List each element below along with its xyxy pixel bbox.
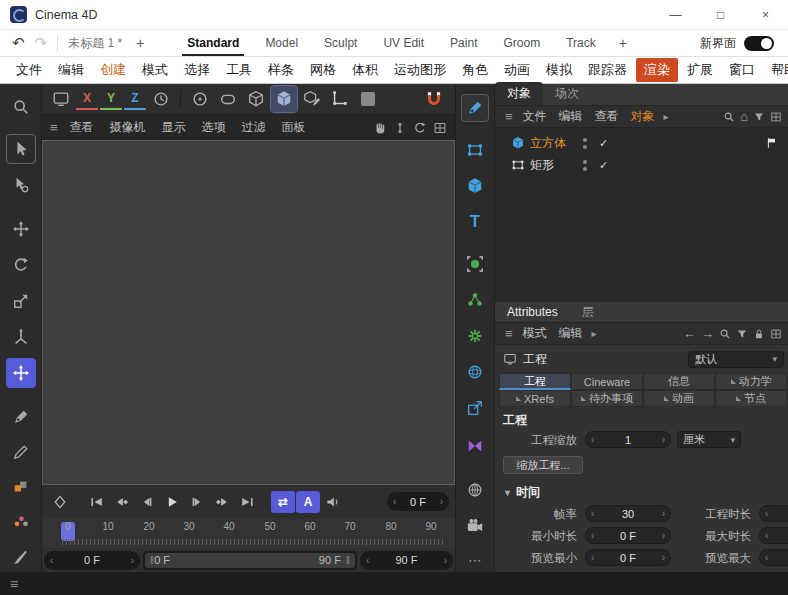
panes-icon[interactable] xyxy=(770,111,782,123)
home-icon[interactable]: ⌂ xyxy=(740,110,748,123)
spline-pen-icon[interactable] xyxy=(461,94,489,122)
lock-icon[interactable] xyxy=(753,328,765,340)
menu-animate[interactable]: 动画 xyxy=(496,58,538,82)
color-swatches-icon[interactable] xyxy=(6,472,36,502)
gray-swatch-icon[interactable] xyxy=(355,86,381,112)
spin-left-icon[interactable]: ‹ xyxy=(50,555,53,566)
prev-frame-button[interactable] xyxy=(135,491,159,513)
cat-tab-animation[interactable]: 动画 xyxy=(643,390,715,407)
cat-tab-nodes[interactable]: 节点 xyxy=(715,390,787,407)
volume-sphere-icon[interactable] xyxy=(461,358,489,386)
viewport-menu-options[interactable]: 选项 xyxy=(194,119,234,136)
menu-extensions[interactable]: 扩展 xyxy=(679,58,721,82)
cat-tab-todo[interactable]: 待办事项 xyxy=(571,390,643,407)
maximize-button[interactable]: □ xyxy=(698,0,743,29)
current-frame-field[interactable]: ‹ 0 F › xyxy=(387,492,449,511)
autokey-toggle[interactable]: A xyxy=(296,491,320,513)
filter-icon[interactable] xyxy=(753,111,765,123)
scale-project-button[interactable]: 缩放工程... xyxy=(503,456,583,474)
spin-left-icon[interactable]: ‹ xyxy=(765,508,768,519)
rectangle-spline-icon[interactable] xyxy=(461,136,489,164)
spin-right-icon[interactable]: › xyxy=(662,434,665,445)
generator-sphere-icon[interactable] xyxy=(461,250,489,278)
search-icon[interactable] xyxy=(723,111,735,123)
viewport-menu-panel[interactable]: 面板 xyxy=(274,119,314,136)
dolly-updown-icon[interactable] xyxy=(393,121,407,135)
fps-value[interactable]: 30 xyxy=(622,508,634,520)
min-time-field[interactable]: ‹ 0 F › xyxy=(585,527,671,544)
preview-min-value[interactable]: 0 F xyxy=(620,552,636,564)
spin-left-icon[interactable]: ‹ xyxy=(591,508,594,519)
prev-key-button[interactable] xyxy=(110,491,134,513)
pencil-tool-icon[interactable] xyxy=(6,437,36,467)
circle-spline-icon[interactable] xyxy=(187,86,213,112)
cat-tab-xrefs[interactable]: XRefs xyxy=(499,390,571,407)
spin-left-icon[interactable]: ‹ xyxy=(591,530,594,541)
max-time-field[interactable]: ‹ 90 F › xyxy=(759,527,788,544)
instance-box-icon[interactable] xyxy=(461,394,489,422)
cube-primitive-selected-icon[interactable] xyxy=(271,86,297,112)
text-tool-icon[interactable]: T xyxy=(461,208,489,236)
object-row-rectangle[interactable]: 矩形 ✓ xyxy=(495,154,788,176)
menu-create[interactable]: 创建 xyxy=(92,58,134,82)
layout-tab-paint[interactable]: Paint xyxy=(437,30,490,56)
scale-tool-icon[interactable] xyxy=(6,286,36,316)
visibility-dots-icon[interactable] xyxy=(583,160,587,171)
chevron-right-icon[interactable]: ▸ xyxy=(589,328,600,339)
om-menu-file[interactable]: 文件 xyxy=(517,108,553,125)
spin-right-icon[interactable]: › xyxy=(131,555,134,566)
menu-mograph[interactable]: 运动图形 xyxy=(386,58,454,82)
flag-icon[interactable] xyxy=(766,135,778,153)
spin-left-icon[interactable]: ‹ xyxy=(366,555,369,566)
preview-max-field[interactable]: ‹ 90 F › xyxy=(759,549,788,566)
deformer-gear-icon[interactable] xyxy=(461,322,489,350)
object-list[interactable]: 立方体 ✓ 矩形 ✓ xyxy=(495,128,788,302)
collapse-arrow-icon[interactable]: ▼ xyxy=(503,488,512,498)
redo-icon[interactable]: ↷ xyxy=(35,34,48,52)
spin-left-icon[interactable]: ‹ xyxy=(765,530,768,541)
current-frame-value[interactable]: 0 F xyxy=(410,496,426,508)
viewport-menu-cameras[interactable]: 摄像机 xyxy=(102,119,154,136)
spin-right-icon[interactable]: › xyxy=(662,530,665,541)
loop-toggle[interactable]: ⇄ xyxy=(271,491,295,513)
spin-left-icon[interactable]: ‹ xyxy=(393,496,396,507)
tab-layers[interactable]: 层 xyxy=(570,304,606,321)
menu-volume[interactable]: 体积 xyxy=(344,58,386,82)
layout-tab-uv-edit[interactable]: UV Edit xyxy=(370,30,437,56)
cube-primitive-icon[interactable] xyxy=(461,172,489,200)
viewport-menu-display[interactable]: 显示 xyxy=(154,119,194,136)
om-menu-view[interactable]: 查看 xyxy=(589,108,625,125)
sound-toggle[interactable] xyxy=(321,491,345,513)
cube-outline-icon[interactable] xyxy=(243,86,269,112)
layout-tab-model[interactable]: Model xyxy=(252,30,311,56)
cat-tab-cineware[interactable]: Cineware xyxy=(571,373,643,390)
object-name[interactable]: 矩形 xyxy=(530,157,554,174)
preset-dropdown[interactable]: 默认 ▾ xyxy=(688,351,784,368)
add-layout-button[interactable]: + xyxy=(609,30,637,56)
next-key-button[interactable] xyxy=(210,491,234,513)
menu-render[interactable]: 渲染 xyxy=(636,58,678,82)
spin-right-icon[interactable]: › xyxy=(444,555,447,566)
project-time-field[interactable]: ‹ 0 F › xyxy=(759,505,788,522)
object-name[interactable]: 立方体 xyxy=(530,135,566,152)
spin-right-icon[interactable]: › xyxy=(440,496,443,507)
menu-file[interactable]: 文件 xyxy=(8,58,50,82)
orbit-rotate-icon[interactable] xyxy=(413,121,427,135)
project-scale-value[interactable]: 1 xyxy=(625,434,631,446)
range-grip-right[interactable]: ‖ xyxy=(346,555,350,566)
next-frame-button[interactable] xyxy=(185,491,209,513)
menu-character[interactable]: 角色 xyxy=(454,58,496,82)
environment-globe-icon[interactable] xyxy=(461,476,489,504)
connector-bowtie-icon[interactable] xyxy=(461,432,489,460)
filter-icon[interactable] xyxy=(736,328,748,340)
close-button[interactable]: × xyxy=(743,0,788,29)
minimize-button[interactable]: — xyxy=(653,0,698,29)
magnifier-icon[interactable] xyxy=(6,92,36,122)
om-menu-objects[interactable]: 对象 xyxy=(625,108,661,125)
hamburger-icon[interactable]: ≡ xyxy=(10,576,18,592)
color-dots-icon[interactable] xyxy=(6,507,36,537)
brush-tool-icon[interactable] xyxy=(6,542,36,572)
coordinate-system-icon[interactable] xyxy=(148,86,174,112)
menu-tools[interactable]: 工具 xyxy=(218,58,260,82)
spin-left-icon[interactable]: ‹ xyxy=(765,552,768,563)
